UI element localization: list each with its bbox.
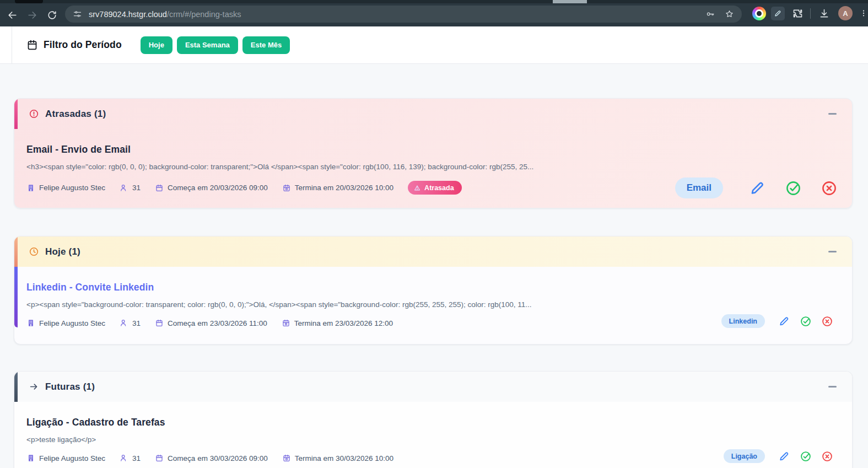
browser-toolbar: srv789024.hstgr.cloud/crm/#/pending-task… [0, 0, 868, 26]
task-actions: Email [675, 177, 838, 198]
password-key-button[interactable] [705, 9, 715, 19]
task-owner: Felipe Augusto Stec [26, 319, 105, 327]
arrow-right-icon [29, 381, 39, 392]
toolbar-separator [810, 8, 811, 19]
extension-pen[interactable] [771, 7, 785, 20]
task-start: Começa em 20/03/2026 09:00 [155, 184, 268, 192]
url-host: srv789024.hstgr.cloud [89, 10, 167, 19]
task-description: <h3><span style="color: rgb(0, 0, 0); ba… [26, 163, 852, 171]
task-owner: Felipe Augusto Stec [26, 454, 105, 462]
complete-task-button[interactable] [800, 315, 812, 327]
section-today: Hoje (1) Linkedin - Convite Linkedin <p>… [14, 236, 853, 345]
kebab-menu-icon [859, 8, 868, 18]
check-circle-icon [785, 180, 802, 197]
calendar-start-icon [155, 184, 164, 192]
edit-task-button[interactable] [778, 315, 790, 327]
building-icon [26, 184, 35, 192]
tab-edge-light [553, 0, 587, 3]
person-icon [120, 184, 128, 192]
complete-task-button[interactable] [785, 180, 802, 197]
tab-strip [0, 0, 868, 3]
calendar-start-icon [155, 454, 164, 462]
task-actions: Ligação [724, 449, 833, 463]
task-type-badge: Ligação [724, 449, 765, 463]
edit-task-button[interactable] [778, 450, 790, 462]
url-text: srv789024.hstgr.cloud/crm/#/pending-task… [89, 10, 696, 19]
task-type-badge: Linkedin [721, 314, 765, 328]
section-title: Hoje (1) [45, 246, 80, 257]
person-icon [120, 319, 128, 327]
forward-button[interactable] [23, 6, 41, 24]
site-settings-icon [73, 9, 82, 19]
filter-divider [12, 26, 12, 63]
url-path: /crm/#/pending-tasks [167, 10, 241, 19]
pencil-icon [778, 315, 790, 327]
collapse-button[interactable] [824, 236, 840, 267]
x-circle-icon [821, 315, 833, 327]
check-circle-icon [800, 450, 812, 462]
warning-triangle-icon [413, 184, 421, 192]
delete-task-button[interactable] [821, 315, 833, 327]
browser-menu-button[interactable] [859, 6, 868, 20]
task-title[interactable]: Ligação - Cadastro de Tarefas [26, 417, 852, 428]
tab-edge-dark [15, 0, 43, 3]
collapse-button[interactable] [824, 99, 840, 129]
task-description: <p><span style="background-color: transp… [26, 300, 852, 309]
minus-icon [828, 386, 837, 388]
calendar-end-icon [282, 184, 291, 192]
status-badge: Atrasada [408, 181, 462, 195]
clock-icon [29, 246, 39, 257]
filter-week-button[interactable]: Esta Semana [177, 36, 238, 54]
back-button[interactable] [3, 6, 21, 24]
delete-task-button[interactable] [821, 180, 838, 197]
download-icon [818, 8, 830, 19]
pencil-icon [749, 180, 766, 197]
section-overdue-header[interactable]: Atrasadas (1) [14, 99, 852, 129]
x-circle-icon [821, 450, 833, 462]
extension-color-picker[interactable] [752, 7, 766, 20]
section-title: Atrasadas (1) [45, 109, 106, 120]
task-end: Termina em 20/03/2026 10:00 [282, 184, 393, 192]
collapse-button[interactable] [824, 372, 840, 402]
forward-icon [27, 10, 37, 20]
task-start: Começa em 30/03/2026 09:00 [155, 454, 268, 462]
minus-icon [828, 113, 837, 115]
section-overdue: Atrasadas (1) Email - Envio de Email <h3… [14, 98, 853, 208]
task-title[interactable]: Email - Envio de Email [26, 144, 852, 155]
reload-button[interactable] [43, 6, 61, 24]
key-icon [705, 9, 715, 19]
task-actions: Linkedin [721, 314, 833, 328]
edit-task-button[interactable] [749, 180, 766, 197]
task-start: Começa em 23/03/2026 11:00 [155, 319, 267, 327]
url-bar[interactable]: srv789024.hstgr.cloud/crm/#/pending-task… [65, 6, 742, 23]
section-today-header[interactable]: Hoje (1) [14, 236, 852, 267]
building-icon [26, 319, 35, 327]
bookmark-button[interactable] [725, 9, 734, 19]
reload-icon [47, 10, 57, 20]
task-participants: 31 [120, 319, 141, 327]
period-filter-bar: Filtro do Período Hoje Esta Semana Este … [0, 26, 868, 64]
minus-icon [828, 251, 837, 252]
future-accent-bar [14, 372, 18, 402]
profile-avatar[interactable]: A [838, 6, 853, 20]
calendar-start-icon [155, 319, 164, 327]
back-icon [7, 10, 18, 20]
today-accent-bar [14, 236, 18, 267]
task-title[interactable]: Linkedin - Convite Linkedin [26, 282, 852, 293]
task-accent-bar [14, 267, 18, 327]
complete-task-button[interactable] [800, 450, 812, 462]
extensions-button[interactable] [790, 6, 805, 20]
section-title: Futuras (1) [45, 381, 95, 392]
delete-task-button[interactable] [821, 450, 833, 462]
overdue-accent-bar [14, 99, 18, 129]
pencil-icon [778, 450, 790, 462]
section-future: Futuras (1) Ligação - Cadastro de Tarefa… [14, 371, 853, 468]
filter-today-button[interactable]: Hoje [141, 36, 172, 54]
pen-icon [774, 9, 782, 18]
section-future-header[interactable]: Futuras (1) [14, 372, 852, 402]
task-owner: Felipe Augusto Stec [26, 184, 105, 192]
filter-month-button[interactable]: Este Mês [242, 36, 290, 54]
downloads-button[interactable] [817, 6, 831, 20]
person-icon [120, 454, 128, 462]
check-circle-icon [800, 315, 812, 327]
